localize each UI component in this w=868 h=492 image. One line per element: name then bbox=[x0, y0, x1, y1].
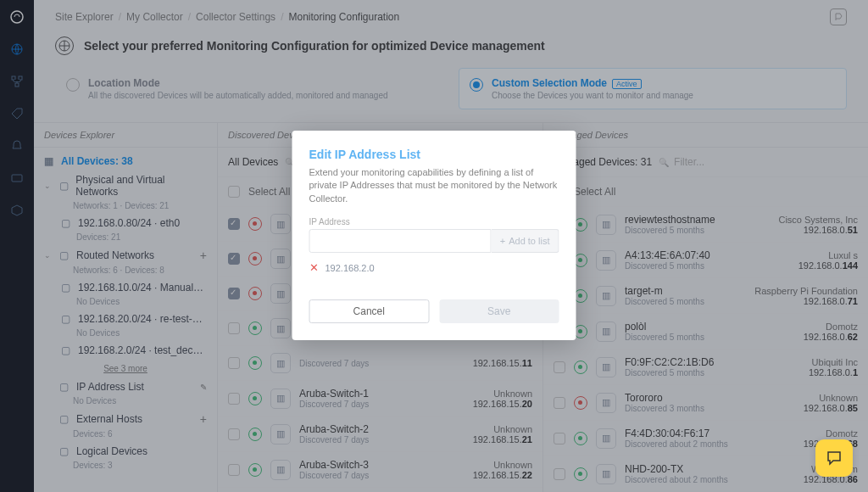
ip-value: 192.168.2.0 bbox=[326, 263, 375, 273]
modal-description: Extend your monitoring capabilities by d… bbox=[309, 166, 559, 205]
modal-buttons: Cancel Save bbox=[309, 299, 559, 323]
chat-fab[interactable] bbox=[815, 439, 853, 477]
save-button[interactable]: Save bbox=[439, 299, 559, 323]
add-to-list-button[interactable]: +Add to list bbox=[492, 229, 559, 253]
ip-address-input[interactable] bbox=[309, 229, 492, 253]
ip-input-row: +Add to list bbox=[309, 229, 559, 253]
modal-title: Edit IP Address List bbox=[309, 148, 559, 161]
plus-icon: + bbox=[500, 236, 505, 246]
cancel-button[interactable]: Cancel bbox=[309, 299, 430, 323]
edit-ip-modal: Edit IP Address List Extend your monitor… bbox=[292, 131, 576, 340]
ip-entry: ✕ 192.168.2.0 bbox=[309, 258, 559, 284]
ip-input-label: IP Address bbox=[309, 217, 559, 226]
add-label: Add to list bbox=[509, 236, 549, 246]
remove-ip-icon[interactable]: ✕ bbox=[309, 261, 319, 274]
